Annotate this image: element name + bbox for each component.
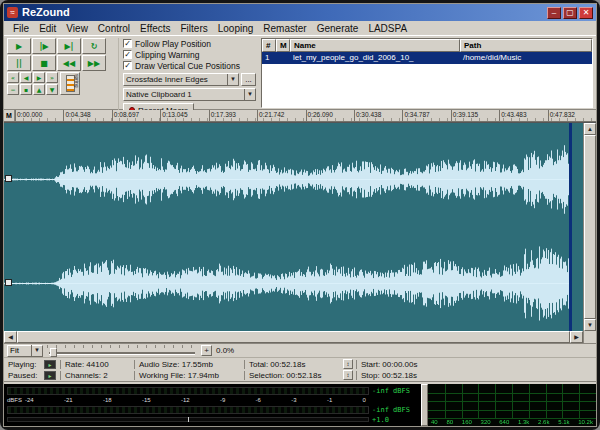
transport-cue-button[interactable]: ▪ xyxy=(20,84,32,95)
scroll-up-icon[interactable]: ▲ xyxy=(584,123,596,135)
time-tick-label: 0:13.045 xyxy=(160,110,208,121)
frequency-label: 1.3k xyxy=(518,418,529,426)
waveform-canvas[interactable] xyxy=(4,123,583,331)
window-body: ≈ ReZound – ▢ ✕ FileEditViewControlEffec… xyxy=(3,3,597,427)
transport-play-button[interactable]: |▶ xyxy=(32,38,56,54)
cue-icon: − xyxy=(10,86,15,93)
level-value-right: -inf dBFS xyxy=(369,406,421,414)
crossfade-options-button[interactable]: ... xyxy=(241,73,256,86)
meter-splitter-handle[interactable] xyxy=(421,384,428,426)
db-scale-label: -6 xyxy=(256,397,261,403)
open-files-list: #MNamePath 1 let_my_people_go_did_2006_1… xyxy=(261,38,593,108)
db-scale-label: -12 xyxy=(181,397,190,403)
time-tick-label: 0:00.000 xyxy=(15,110,63,121)
balance-value: +1.0 xyxy=(369,416,421,424)
app-window: ≈ ReZound – ▢ ✕ FileEditViewControlEffec… xyxy=(0,0,600,430)
file-row-selected[interactable]: 1 let_my_people_go_did_2006_10_ /home/di… xyxy=(262,52,592,64)
scroll-right-icon[interactable]: ▶ xyxy=(570,331,583,343)
menu-item[interactable]: Remaster xyxy=(258,21,311,36)
transport-play-button[interactable]: ↻ xyxy=(82,38,106,54)
shuttle-wheel[interactable]: spring xyxy=(60,72,80,95)
maximize-button[interactable]: ▢ xyxy=(563,7,577,19)
file-list-column-header[interactable]: Name xyxy=(290,39,460,52)
horizontal-zoom-slider[interactable] xyxy=(47,345,197,357)
menu-item[interactable]: Generate xyxy=(312,21,364,36)
start-position-spinner[interactable]: ↕ xyxy=(343,359,353,369)
frequency-label: 80 xyxy=(446,418,453,426)
jump-icon: » xyxy=(50,74,54,81)
scrollbar-corner xyxy=(583,331,596,343)
db-scale: dBFS -24-21-18-15-12-9-6-3-10 xyxy=(7,396,421,404)
vertical-scroll-thumb[interactable] xyxy=(584,135,596,319)
zoom-slider-thumb[interactable] xyxy=(50,348,57,357)
db-scale-label: -1 xyxy=(327,397,332,403)
waveform-area[interactable]: ▲ ▼ xyxy=(4,122,596,331)
option-checkbox[interactable]: ✓ Clipping Warning xyxy=(123,49,256,60)
file-list-column-header[interactable]: Path xyxy=(460,39,592,52)
transport-control-button[interactable]: || xyxy=(7,55,31,71)
frequency-label: 160 xyxy=(462,418,472,426)
transport-play-button[interactable]: ▶| xyxy=(57,38,81,54)
transport-jump-button[interactable]: ◀ xyxy=(20,72,32,83)
time-ruler[interactable]: M 0:00.0000:04.3480:08.6970:13.0450:17.3… xyxy=(4,110,596,122)
status-row-paused: Paused: ▸ Channels: 2 Working File: 17.9… xyxy=(8,370,592,381)
menu-item[interactable]: Effects xyxy=(135,21,175,36)
play-icon: ▶ xyxy=(16,42,22,51)
status-row-playing: Playing: ▸ Rate: 44100 Audio Size: 17.55… xyxy=(8,359,592,370)
frequency-label: 320 xyxy=(481,418,491,426)
menu-item[interactable]: LADSPA xyxy=(363,21,412,36)
control-icon: || xyxy=(16,59,22,68)
menu-item[interactable]: File xyxy=(8,21,34,36)
transport-jump-button[interactable]: ▶ xyxy=(33,72,45,83)
horizontal-scroll-thumb[interactable] xyxy=(17,331,570,343)
db-scale-label: -15 xyxy=(142,397,151,403)
paused-indicator-icon: ▸ xyxy=(44,371,56,380)
crossfade-dropdown[interactable]: Crossfade Inner Edges ▼ xyxy=(123,73,239,86)
minimize-button[interactable]: – xyxy=(547,7,561,19)
meter-panel: -inf dBFS dBFS -24-21-18-15-12-9-6-3-10 … xyxy=(4,382,596,426)
transport-control-button[interactable]: ▶▶ xyxy=(82,55,106,71)
channel2-cue-handle[interactable] xyxy=(5,279,12,286)
transport-play-button[interactable]: ▶ xyxy=(7,38,31,54)
transport-jump-button[interactable]: » xyxy=(46,72,58,83)
menu-item[interactable]: Looping xyxy=(213,21,259,36)
time-tick-label: 0:39.135 xyxy=(451,110,499,121)
file-list-column-header[interactable]: M xyxy=(276,39,290,52)
transport-cue-button[interactable]: ▼ xyxy=(46,84,58,95)
stop-position-spinner[interactable]: ↕ xyxy=(343,370,353,380)
control-icon: ◀◀ xyxy=(63,59,75,68)
title-bar[interactable]: ≈ ReZound – ▢ ✕ xyxy=(4,4,596,21)
transport-control-button[interactable]: ◀◀ xyxy=(57,55,81,71)
horizontal-scrollbar[interactable]: ◀ ▶ xyxy=(4,331,596,344)
time-tick-label: 0:26.090 xyxy=(306,110,354,121)
menu-item[interactable]: Filters xyxy=(176,21,213,36)
scroll-down-icon[interactable]: ▼ xyxy=(584,319,596,331)
scroll-left-icon[interactable]: ◀ xyxy=(4,331,17,343)
db-scale-label: -18 xyxy=(103,397,112,403)
vertical-scrollbar[interactable]: ▲ ▼ xyxy=(583,123,596,331)
menu-item[interactable]: View xyxy=(61,21,93,36)
option-checkbox[interactable]: ✓ Follow Play Position xyxy=(123,38,256,49)
chevron-down-icon: ▼ xyxy=(244,89,255,100)
transport-cue-button[interactable]: − xyxy=(7,84,19,95)
menu-item[interactable]: Edit xyxy=(34,21,61,36)
chevron-down-icon: ▼ xyxy=(227,74,238,85)
option-checkbox[interactable]: ✓ Draw Vertical Cue Positions xyxy=(123,60,256,71)
fit-dropdown[interactable]: Fit ▼ xyxy=(7,345,43,357)
channel1-cue-handle[interactable] xyxy=(5,175,12,182)
checkbox-check-icon: ✓ xyxy=(123,39,132,48)
transport-jump-button[interactable]: « xyxy=(7,72,19,83)
file-list-column-header[interactable]: # xyxy=(262,39,276,52)
menu-item[interactable]: Control xyxy=(93,21,135,36)
play-icon: |▶ xyxy=(39,42,48,51)
transport-controls: ▶|▶▶|↻ ||■◀◀▶▶ «◀▶» −▪▲▼ xyxy=(7,38,113,96)
menu-bar: FileEditViewControlEffectsFiltersLooping… xyxy=(4,21,596,36)
transport-control-button[interactable]: ■ xyxy=(32,55,56,71)
clipboard-dropdown[interactable]: Native Clipboard 1 ▼ xyxy=(123,88,256,101)
close-button[interactable]: ✕ xyxy=(579,7,593,19)
playback-options: ✓ Follow Play Position ✓ Clipping Warnin… xyxy=(118,38,256,117)
db-scale-label: 0 xyxy=(363,397,366,403)
db-unit-label: dBFS xyxy=(7,397,25,403)
transport-cue-button[interactable]: ▲ xyxy=(33,84,45,95)
play-icon: ▶| xyxy=(64,42,73,51)
